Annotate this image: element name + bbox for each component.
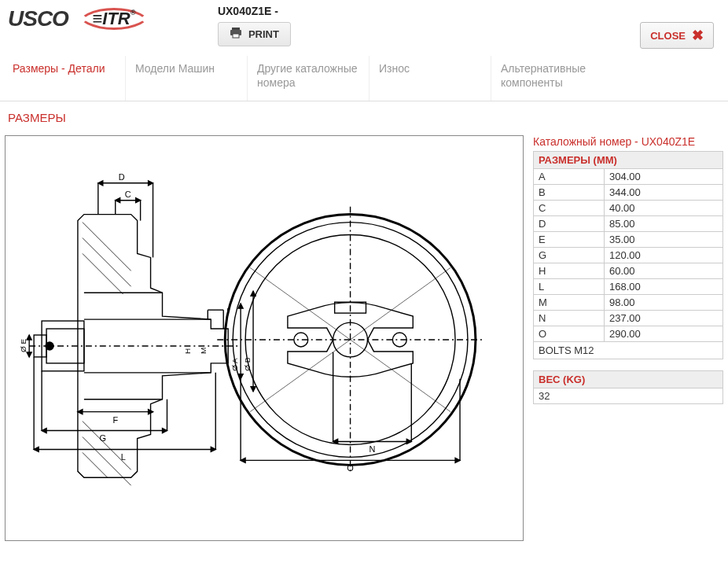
svg-text:O: O (347, 463, 354, 473)
svg-text:H: H (183, 348, 192, 354)
bolts-row: BOLTS M12 (534, 342, 723, 359)
table-row: C40.00 (534, 201, 723, 216)
tab-wear[interactable]: Износ (369, 56, 491, 101)
catalog-value: UX040Z1E (642, 135, 695, 148)
side-panel: Каталожный номер - UX040Z1E РАЗМЕРЫ (MM)… (533, 135, 723, 415)
table-row: L168.00 (534, 279, 723, 295)
svg-marker-63 (238, 304, 243, 308)
svg-marker-67 (251, 291, 256, 296)
close-icon: ✖ (692, 27, 704, 44)
tab-dimensions[interactable]: Размеры - Детали (3, 56, 125, 101)
table-row: N237.00 (534, 311, 723, 326)
drawing-left-view: D C I H M Ø E F (19, 172, 241, 485)
print-button[interactable]: PRINT (218, 22, 291, 46)
svg-text:F: F (112, 415, 118, 425)
dimensions-table: РАЗМЕРЫ (MM) A304.00 B344.00 C40.00 D85.… (533, 151, 723, 359)
svg-marker-82 (241, 458, 245, 462)
svg-text:C: C (125, 190, 131, 199)
svg-marker-68 (251, 387, 256, 392)
drawing-pane: D C I H M Ø E F (5, 135, 524, 541)
itr-logo: ≡ITR® (76, 5, 152, 33)
itr-logo-text: ≡ITR® (92, 9, 135, 29)
print-label: PRINT (248, 28, 279, 40)
technical-drawing: D C I H M Ø E F (6, 136, 523, 540)
svg-line-15 (83, 422, 131, 470)
tab-other-catalog[interactable]: Другие каталожные номера (247, 56, 369, 101)
svg-line-13 (83, 237, 131, 286)
svg-marker-25 (116, 198, 120, 203)
svg-marker-46 (163, 429, 167, 433)
svg-point-11 (46, 342, 53, 350)
svg-marker-52 (211, 447, 215, 451)
svg-marker-19 (98, 181, 103, 186)
table-row: A304.00 (534, 169, 723, 185)
close-label: CLOSE (650, 30, 686, 42)
tab-machine-models[interactable]: Модели Машин (125, 56, 247, 101)
svg-line-12 (83, 223, 131, 271)
table-row: E35.00 (534, 232, 723, 248)
svg-text:Ø E: Ø E (19, 338, 28, 352)
svg-marker-20 (149, 181, 153, 186)
section-title: РАЗМЕРЫ (0, 101, 728, 135)
usco-logo: USCO (8, 6, 68, 31)
svg-rect-0 (232, 28, 240, 30)
svg-marker-42 (149, 410, 153, 414)
tabs: Размеры - Детали Модели Машин Другие кат… (0, 56, 728, 101)
print-icon (230, 28, 242, 41)
svg-text:D: D (119, 172, 125, 182)
svg-line-14 (83, 253, 123, 294)
svg-rect-2 (233, 34, 239, 38)
svg-text:L: L (121, 452, 126, 462)
svg-line-17 (83, 452, 108, 477)
table-row: 32 (534, 388, 723, 404)
weight-table: ВЕС (KG) 32 (533, 370, 723, 404)
table-row: D85.00 (534, 216, 723, 232)
content: D C I H M Ø E F (0, 135, 728, 549)
tab-alt-components[interactable]: Альтернативные компоненты (491, 56, 612, 101)
catalog-number: Каталожный номер - UX040Z1E (533, 135, 723, 148)
drawing-right-view: Ø A Ø B N O (217, 207, 483, 473)
table-row: M98.00 (534, 295, 723, 311)
svg-text:G: G (100, 433, 107, 443)
table-row: B344.00 (534, 185, 723, 201)
svg-text:N: N (370, 444, 376, 454)
table-row: G120.00 (534, 248, 723, 263)
logos: USCO ≡ITR® (8, 5, 152, 33)
close-button[interactable]: CLOSE ✖ (640, 22, 714, 49)
table-row: O290.00 (534, 326, 723, 342)
dimensions-header: РАЗМЕРЫ (MM) (534, 152, 723, 169)
svg-marker-26 (136, 198, 141, 203)
svg-text:Ø B: Ø B (243, 357, 252, 371)
part-title: UX040Z1E - (218, 5, 291, 17)
svg-marker-45 (42, 429, 46, 433)
svg-text:M: M (199, 348, 208, 354)
catalog-label: Каталожный номер - (533, 135, 642, 148)
svg-text:Ø A: Ø A (230, 358, 239, 371)
table-row: H60.00 (534, 263, 723, 279)
svg-marker-51 (34, 447, 39, 451)
weight-header: ВЕС (KG) (534, 371, 723, 388)
header-center: UX040Z1E - PRINT (218, 5, 291, 46)
svg-marker-83 (455, 458, 460, 462)
svg-marker-41 (78, 410, 83, 414)
header: USCO ≡ITR® UX040Z1E - PRINT CLOSE ✖ (0, 0, 728, 56)
